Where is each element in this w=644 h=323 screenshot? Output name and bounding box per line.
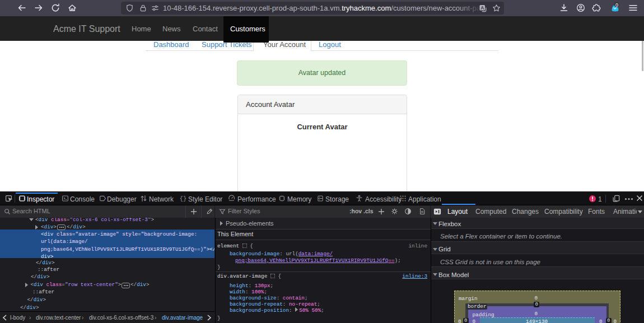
svg-text:{}: {}: [180, 195, 186, 202]
svg-text:A: A: [480, 5, 484, 11]
svg-text:0: 0: [615, 2, 618, 8]
